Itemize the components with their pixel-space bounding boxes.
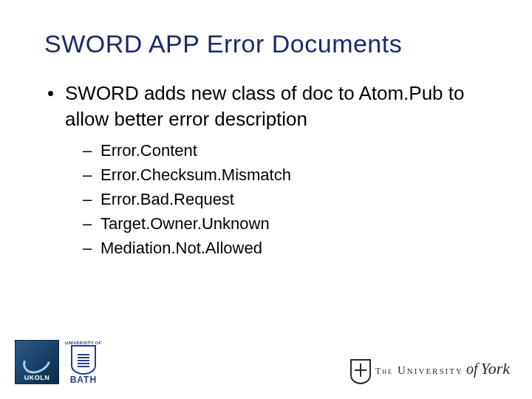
sub-bullet-item: Error.Bad.Request [65, 187, 488, 211]
slide: SWORD APP Error Documents SWORD adds new… [0, 0, 532, 399]
york-crest-icon [350, 359, 371, 384]
sub-bullet-text: Error.Bad.Request [100, 190, 234, 208]
left-logo-group: UKOLN UNIVERSITY OF BATH [15, 340, 102, 384]
bullet-item: SWORD adds new class of doc to Atom.Pub … [44, 81, 488, 260]
main-bullet-list: SWORD adds new class of doc to Atom.Pub … [44, 81, 488, 260]
sub-bullet-item: Error.Checksum.Mismatch [65, 163, 488, 187]
sub-bullet-text: Mediation.Not.Allowed [100, 239, 262, 257]
sub-bullet-item: Mediation.Not.Allowed [65, 236, 488, 260]
sub-bullet-item: Error.Content [65, 138, 488, 163]
bath-logo-bottom-text: BATH [70, 375, 97, 384]
bath-logo: UNIVERSITY OF BATH [65, 341, 102, 384]
sub-bullet-text: Error.Content [100, 141, 197, 160]
york-of-text: of [466, 361, 478, 378]
ukoln-logo: UKOLN [15, 340, 59, 384]
york-the-text: The [375, 366, 393, 377]
bath-crest-icon [71, 345, 96, 375]
footer: UKOLN UNIVERSITY OF BATH The University … [0, 340, 532, 384]
sub-bullet-text: Error.Checksum.Mismatch [100, 166, 291, 184]
sub-bullet-text: Target.Owner.Unknown [100, 214, 270, 233]
york-logo: The University of York [350, 359, 510, 384]
sub-bullet-item: Target.Owner.Unknown [65, 211, 488, 236]
bullet-text: SWORD adds new class of doc to Atom.Pub … [65, 82, 464, 130]
york-university-text: University [398, 364, 463, 377]
york-york-text: York [480, 359, 510, 378]
ukoln-logo-text: UKOLN [24, 374, 50, 381]
sub-bullet-list: Error.Content Error.Checksum.Mismatch Er… [65, 138, 488, 260]
slide-title: SWORD APP Error Documents [44, 30, 488, 58]
